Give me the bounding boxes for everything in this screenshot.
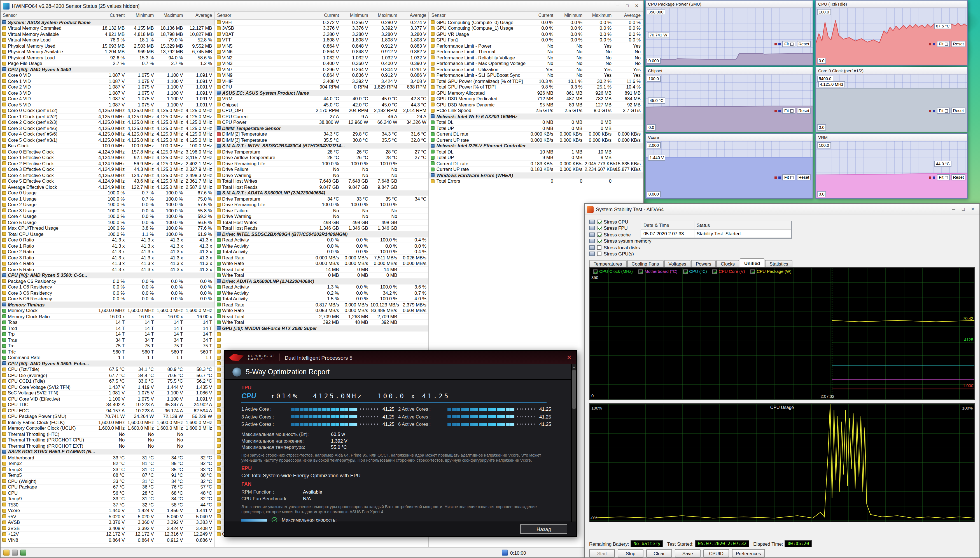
checkbox[interactable] [597,252,601,256]
sensor-row[interactable]: Core 4 Usage100.0 %0.0 %100.0 %59.2 % [0,214,214,220]
checkbox[interactable] [597,239,601,243]
graph-titlebar[interactable]: CPU Package Power (SMU) [646,0,813,8]
sensor-group-header[interactable]: GPU [#0]: NVIDIA GeForce RTX 2080 Super [215,325,429,332]
sensor-row[interactable]: Write Rate0.053 MB/s0.000 MB/s83,485 MB/… [215,308,429,314]
sensor-row[interactable]: Vcore1.440 V1.424 V1.456 V1.441 V [0,508,214,514]
close-icon[interactable]: ✕ [567,354,572,361]
sensor-row[interactable]: VIN70.296 V0.264 V0.304 V0.291 V [215,67,429,72]
sensor-row[interactable]: Core 3 Effective Clock4,124.9 MHz44.3 MH… [0,167,214,172]
sensor-row[interactable]: Read Activity1.3 %0.0 %100.0 %3.6 % [215,284,429,290]
sensor-group-header[interactable]: ASUS ROG STRIX B550-E GAMING (N... [0,449,214,455]
sensor-row[interactable]: Physical Memory Used15,093 MB2,503 MB15,… [0,43,214,49]
stress-option[interactable]: Stress GPU(s) [589,251,651,257]
sensor-row[interactable]: Core 4 VID1.087 V1.075 V1.100 V1.091 V [0,96,214,102]
graph-titlebar[interactable]: Chipset [646,67,813,74]
sensor-row[interactable]: Core 2 Ratio41.3 x41.3 x41.3 x41.3 x [0,249,214,255]
sensor-row[interactable]: DIMM[2] Temperature34.3 °C29.8 °C34.3 °C… [215,131,429,137]
checkbox[interactable] [593,269,597,274]
sensor-row[interactable]: VRM44.0 °C40.0 °C45.0 °C42.8 °C [215,96,429,102]
sensor-group-header[interactable]: Drive: INTEL SSDSC2BX480G4 (BTHC504202R1… [215,231,429,237]
sensor-row[interactable]: 3VSB3.376 V3.376 V3.392 V3.377 V [215,26,429,31]
sensor-row[interactable]: GPU Fan10.0 %0.0 %0.0 %0.0 % [429,37,643,43]
sensor-row[interactable]: CPU Core Voltage (SVI2 TFN)1.437 V1.419 … [0,384,214,390]
tab-statistics[interactable]: Statistics [765,260,792,267]
clear-button[interactable]: Clear [646,549,672,558]
hwinfo-titlebar[interactable]: HWiNFO64 v6.28-4200 Sensor Status [25 va… [0,0,643,12]
sensor-row[interactable]: CPU Power38.880 W12.960 W66.240 W34.326 … [215,120,429,125]
sensor-row[interactable]: CPU56 °C28 °C68 °C48 °C [0,490,214,496]
sensor-group-header[interactable]: System: ASUS System Product Name [0,20,214,26]
scroll-up-icon[interactable]: ▲ [572,364,576,369]
sensor-row[interactable]: Physical Memory Available1,204 MB969 MB1… [0,49,214,55]
fit-checkbox[interactable]: Fit [783,41,795,47]
sensor-row[interactable]: Temp282 °C81 °C85 °C82 °C [0,461,214,467]
sensor-row[interactable]: Total UP0 MB0 MB0 MB [429,125,643,131]
sensor-row[interactable]: Drive FailureNoNoNo [215,167,429,172]
sensor-row[interactable]: Virtual Memory Load78.9 %18.1 %79.0 %52.… [0,37,214,43]
sensor-row[interactable]: Trfc560 T560 T560 T560 T [0,349,214,355]
sensor-row[interactable]: VIN90.864 V0.836 V0.912 V0.886 V [215,72,429,79]
sensor-graph-window[interactable]: Chipset100.00.045.0 °CFitReset [645,67,813,132]
sensor-row[interactable]: Total Activity0.0 %0.0 %100.0 %0.4 % [215,249,429,255]
sensor-row[interactable]: Write Total392 MB48 MB392 MB [215,320,429,325]
sensor-row[interactable]: Bus Clock100.0 MHz100.0 MHz100.0 MHz100.… [0,143,214,149]
legend-item[interactable]: CPU Core (V) [713,269,745,274]
fit-checkbox[interactable]: Fit [783,108,795,114]
graph-titlebar[interactable]: VRM [816,134,967,141]
sensor-row[interactable]: Drive Temperature28 °C26 °C28 °C27 °C [215,149,429,155]
sensor-row[interactable]: Core 3 Ratio41.3 x41.3 x41.3 x41.3 x [0,255,214,261]
sensor-row[interactable]: VHIF3.408 V3.392 V3.424 V3.408 V [215,79,429,84]
sensor-row[interactable]: Total DL10 MB1 MB10 MB [429,149,643,155]
sensor-row[interactable]: Performance Limit - Max Operating Voltag… [429,61,643,67]
checkbox[interactable] [713,269,717,274]
sensor-row[interactable]: Read Rate0.000 MB/s0.000 MB/s7,511 MB/s0… [215,255,429,261]
fit-checkbox[interactable]: Fit [937,108,949,114]
checkbox[interactable] [597,220,601,224]
sensor-row[interactable]: GPU Memory Allocated926 MB861 MB926 MB89… [429,90,643,96]
sensor-row[interactable]: Trcd14 T14 T14 T14 T [0,325,214,332]
sensor-row[interactable]: Drive Remaining Life100.0 %100.0 %100.0 … [215,161,429,167]
checkbox[interactable] [597,233,601,237]
sensor-row[interactable]: Performance Limit - UtilizationYesNoYesY… [429,67,643,72]
sensor-row[interactable]: VTT1.808 V1.808 V1.808 V1.808 V [215,37,429,43]
sensor-row[interactable]: CPU EDC94.157 A10.223 A96.174 A62.594 A [0,408,214,414]
sensor-row[interactable]: VIN30.400 V0.360 V0.400 V0.390 V [215,61,429,67]
sensor-row[interactable]: Virtual Memory Commited18,132 MB4,155 MB… [0,26,214,31]
sensor-row[interactable]: GPU D3D Memory Dedicated712 MB487 MB782 … [429,96,643,102]
fit-checkbox[interactable]: Fit [783,174,795,181]
sensor-row[interactable]: Performance Limit - ThermalNoNoNoNo [429,49,643,55]
sensor-group-header[interactable]: Network: Intel I225-V Ethernet Controlle… [429,143,643,149]
sensor-row[interactable]: Thermal Throttling (PROCHOT EXT)NoNoNo [0,443,214,449]
sensor-row[interactable]: Core 2 VID1.087 V1.075 V1.100 V1.091 V [0,84,214,90]
scrollbar[interactable]: ▲ [571,364,576,522]
sensor-group-header[interactable]: ASUS EC: ASUS System Product Name [215,90,429,96]
sensor-group-header[interactable]: S.M.A.R.T.: INTEL SSDSC2BX480G4 (BTHC504… [215,143,429,149]
sensor-row[interactable]: Current UP rate0.000 KB/s0.000 KB/s0.000… [429,137,643,143]
sensor-row[interactable]: VIN21.032 V1.032 V1.032 V1.032 V [215,55,429,61]
sensor-row[interactable]: AVSB3.376 V3.360 V3.392 V3.383 V [0,520,214,525]
sensor-row[interactable]: DIMM[3] Temperature35.5 °C30.8 °C35.5 °C… [215,137,429,143]
sensor-row[interactable]: VBAT3.280 V3.280 V3.280 V3.280 V [215,31,429,37]
sensor-row[interactable]: Temp333 °C31 °C35 °C33 °C [0,467,214,473]
checkbox[interactable] [683,269,687,274]
sensor-row[interactable]: Drive WarningNoNoNo [215,172,429,179]
sensor-row[interactable]: Total Activity1.5 %0.0 %100.0 %4.0 % [215,296,429,302]
sensor-row[interactable]: CPU Die (average)67.7 °C34.4 °C70.5 °C56… [0,373,214,378]
sensor-row[interactable]: Core 2 Effective Clock4,124.9 MHz56.9 MH… [0,161,214,167]
sensor-row[interactable]: CPU Package67 °C36 °C76 °C57 °C [0,484,214,490]
sensor-group-header[interactable]: Drive: ADATA SX6000LNP (2J4220040684) [215,279,429,284]
sensor-row[interactable]: Trp14 T14 T14 T14 T [0,332,214,337]
sensor-row[interactable]: Drive WarningNoNoNo [215,214,429,220]
sensor-row[interactable]: PCIe Link Speed2.5 GT/s2.5 GT/s8.0 GT/s2… [429,108,643,114]
sensor-row[interactable]: CPU Current27 A9 A46 A24 A [215,114,429,120]
sensor-row[interactable]: Write Activity0.2 %0.0 %34.2 %0.7 % [215,290,429,296]
minimize-button[interactable]: ─ [949,205,958,213]
sensor-row[interactable]: GPU D3D Memory Dynamic95 MB89 MB127 MB92… [429,102,643,108]
maximize-button[interactable]: □ [623,2,632,10]
cpuid-button[interactable]: CPUID [704,549,729,558]
stress-option[interactable]: Stress local disks [589,244,651,251]
sensor-row[interactable]: Current UP rate0.183 KB/s0.000 KB/s2,234… [429,167,643,172]
minimize-button[interactable]: ─ [613,2,622,10]
sensor-group-header[interactable]: Network: Intel Wi-Fi 6 AX200 160MHz [429,114,643,120]
sensor-row[interactable]: Temp933 °C31 °C34 °C32 °C [0,496,214,502]
